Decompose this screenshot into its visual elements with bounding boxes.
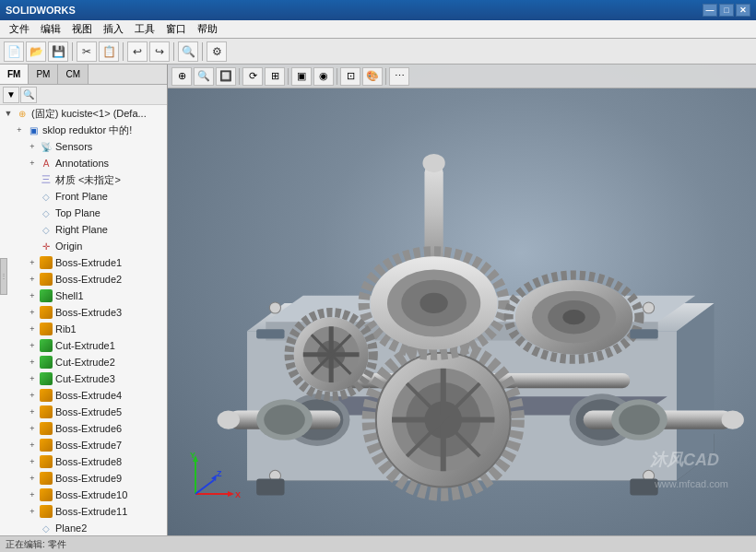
menu-file[interactable]: 文件 — [4, 20, 35, 38]
label-boss1: Boss-Extrude1 — [55, 257, 165, 268]
tree-item-right-plane[interactable]: ◇ Right Plane — [0, 221, 167, 238]
copy-button[interactable]: 📋 — [99, 41, 119, 62]
tree-item-material[interactable]: 三 材质 <未指定> — [0, 171, 167, 188]
expand-annotations[interactable]: + — [26, 157, 39, 170]
label-cut3: Cut-Extrude3 — [55, 373, 165, 384]
feature-icon-4 — [39, 388, 53, 403]
feature-tree[interactable]: ▼ ⊕ (固定) kuciste<1> (Defa... + ▣ sklop r… — [0, 105, 167, 535]
separator-2 — [123, 42, 124, 61]
expand-boss10[interactable]: + — [26, 488, 39, 501]
panel-resize-handle[interactable]: ⋮ — [0, 258, 7, 295]
undo-button[interactable]: ↩ — [127, 41, 148, 62]
tree-item-top-plane[interactable]: ◇ Top Plane — [0, 205, 167, 221]
tab-property-manager[interactable]: PM — [29, 65, 58, 84]
expand-rib1[interactable]: + — [26, 323, 39, 335]
vp-more-options[interactable]: ⋯ — [389, 67, 409, 86]
expand-boss7[interactable]: + — [26, 439, 39, 452]
search-tree-button[interactable]: 🔍 — [20, 87, 37, 103]
maximize-button[interactable]: □ — [719, 4, 734, 17]
expand-sensors[interactable]: + — [26, 140, 39, 153]
tree-item-plane2[interactable]: ◇ Plane2 — [0, 520, 167, 535]
feature-icon-cut3 — [39, 371, 53, 386]
menu-window[interactable]: 窗口 — [160, 20, 192, 38]
expand-boss1[interactable]: + — [26, 256, 39, 269]
tree-item-boss-extrude6[interactable]: + Boss-Extrude6 — [0, 420, 167, 437]
vp-display-style[interactable]: ◉ — [313, 67, 334, 86]
tree-item-boss-extrude1[interactable]: + Boss-Extrude1 — [0, 254, 167, 271]
status-text: 正在编辑: 零件 — [6, 538, 66, 551]
expand-shell1[interactable]: + — [26, 289, 39, 302]
menu-help[interactable]: 帮助 — [192, 20, 223, 38]
vp-zoom-area[interactable]: 🔍 — [194, 67, 214, 86]
menu-tools[interactable]: 工具 — [129, 20, 160, 38]
tree-item-boss-extrude10[interactable]: + Boss-Extrude10 — [0, 487, 167, 503]
viewport[interactable]: ⊕ 🔍 🔲 ⟳ ⊞ ▣ ◉ ⊡ 🎨 ⋯ — [168, 65, 756, 535]
expand-cut3[interactable]: + — [26, 372, 39, 385]
new-button[interactable]: 📄 — [4, 41, 24, 62]
tree-item-boss-extrude5[interactable]: + Boss-Extrude5 — [0, 404, 167, 420]
feature-icon-cut1 — [39, 338, 53, 353]
tree-item-boss-extrude8[interactable]: + Boss-Extrude8 — [0, 453, 167, 470]
tree-item-cut-extrude2[interactable]: + Cut-Extrude2 — [0, 354, 167, 370]
expand-boss5[interactable]: + — [26, 405, 39, 418]
expand-cut1[interactable]: + — [26, 339, 39, 352]
menu-edit[interactable]: 编辑 — [35, 20, 66, 38]
cut-button[interactable]: ✂ — [77, 41, 97, 62]
tree-item-rib1[interactable]: + Rib1 — [0, 321, 167, 337]
tree-item-origin[interactable]: ✛ Origin — [0, 238, 167, 254]
save-button[interactable]: 💾 — [48, 41, 68, 62]
vp-pan[interactable]: ⊞ — [265, 67, 285, 86]
tree-item-boss-extrude9[interactable]: + Boss-Extrude9 — [0, 470, 167, 487]
vp-zoom-fit[interactable]: ⊕ — [171, 67, 192, 86]
search-button[interactable]: 🔍 — [178, 41, 198, 62]
tree-item-front-plane[interactable]: ◇ Front Plane — [0, 188, 167, 205]
expand-boss2[interactable]: + — [26, 273, 39, 286]
label-top-plane: Top Plane — [55, 207, 165, 218]
vp-section-view[interactable]: ⊡ — [340, 67, 360, 86]
tree-item-sensors[interactable]: + 📡 Sensors — [0, 138, 167, 155]
root-expand[interactable]: ▼ — [2, 107, 15, 120]
vp-view-orient[interactable]: ▣ — [291, 67, 312, 86]
tree-root-item[interactable]: ▼ ⊕ (固定) kuciste<1> (Defa... — [0, 105, 167, 122]
vp-rotate[interactable]: ⟳ — [242, 67, 263, 86]
expand-top-plane — [26, 206, 39, 219]
tree-item-shell1[interactable]: + Shell1 — [0, 288, 167, 304]
options-button[interactable]: ⚙ — [207, 41, 227, 62]
expand-boss4[interactable]: + — [26, 389, 39, 402]
tree-item-boss-extrude3[interactable]: + Boss-Extrude3 — [0, 304, 167, 321]
tree-item-boss-extrude2[interactable]: + Boss-Extrude2 — [0, 271, 167, 288]
expand-sklop[interactable]: + — [13, 123, 26, 136]
tab-config-manager[interactable]: CM — [58, 65, 89, 84]
expand-cut2[interactable]: + — [26, 356, 39, 369]
tree-item-cut-extrude1[interactable]: + Cut-Extrude1 — [0, 337, 167, 354]
vp-zoom-sel[interactable]: 🔲 — [216, 67, 236, 86]
label-boss10: Boss-Extrude10 — [55, 489, 165, 500]
expand-boss3[interactable]: + — [26, 306, 39, 319]
redo-button[interactable]: ↪ — [149, 41, 170, 62]
feature-icon-7 — [39, 438, 53, 452]
tree-item-cut-extrude3[interactable]: + Cut-Extrude3 — [0, 370, 167, 387]
close-button[interactable]: ✕ — [736, 4, 750, 17]
svg-point-50 — [269, 302, 280, 313]
filter-button[interactable]: ▼ — [3, 87, 19, 103]
material-icon: 三 — [39, 172, 53, 187]
expand-boss9[interactable]: + — [26, 472, 39, 485]
expand-boss8[interactable]: + — [26, 455, 39, 468]
menu-view[interactable]: 视图 — [66, 20, 98, 38]
sep-1 — [239, 68, 240, 85]
svg-point-12 — [218, 410, 240, 429]
tree-item-sklop[interactable]: + ▣ sklop reduktor 中的! — [0, 122, 167, 138]
expand-boss11[interactable]: + — [26, 505, 39, 518]
tree-item-boss-extrude4[interactable]: + Boss-Extrude4 — [0, 387, 167, 404]
tree-item-boss-extrude11[interactable]: + Boss-Extrude11 — [0, 503, 167, 520]
vp-appearance[interactable]: 🎨 — [362, 67, 383, 86]
minimize-button[interactable]: — — [703, 4, 717, 17]
menu-insert[interactable]: 插入 — [98, 20, 129, 38]
tree-item-annotations[interactable]: + A Annotations — [0, 155, 167, 171]
panel-toolbar: ▼ 🔍 — [0, 85, 167, 105]
tab-feature-manager[interactable]: FM — [0, 65, 29, 84]
expand-right-plane — [26, 223, 39, 236]
open-button[interactable]: 📂 — [26, 41, 46, 62]
tree-item-boss-extrude7[interactable]: + Boss-Extrude7 — [0, 437, 167, 453]
expand-boss6[interactable]: + — [26, 422, 39, 435]
